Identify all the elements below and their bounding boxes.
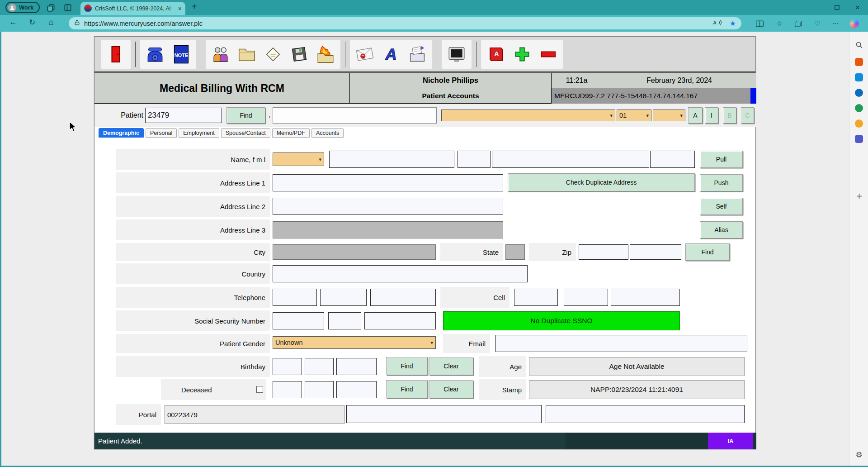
patient-select-main[interactable]: ▾ (441, 110, 615, 121)
ssn-last-input[interactable] (364, 312, 436, 329)
new-tab-button[interactable]: + (192, 1, 197, 12)
birthday-month-input[interactable] (273, 358, 302, 375)
tab-accounts[interactable]: Accounts (311, 128, 344, 138)
patient-id-input[interactable] (145, 108, 222, 123)
last-name-input[interactable] (492, 151, 649, 168)
back-button[interactable]: ← (7, 18, 19, 27)
cell-prefix-input[interactable] (564, 289, 608, 306)
settings-gear-icon[interactable]: ⚙ (853, 449, 865, 461)
toolbar-card-button[interactable] (262, 42, 284, 67)
read-aloud-icon[interactable]: A (712, 19, 722, 28)
browser-tab[interactable]: CrisSoft LLC, © 1998-2024, All Rig × (80, 2, 185, 15)
country-input[interactable] (273, 265, 528, 282)
tab-personal[interactable]: Personal (146, 128, 177, 138)
sidebar-search-icon[interactable] (853, 39, 865, 51)
deceased-clear-button[interactable]: Clear (429, 380, 473, 398)
telephone-line-input[interactable] (370, 289, 436, 306)
sidebar-add-icon[interactable] (853, 190, 865, 202)
email-input[interactable] (495, 335, 747, 352)
portal-field-2[interactable] (346, 405, 542, 423)
quick-button-c[interactable]: C (741, 107, 754, 124)
toolbar-exit-button[interactable] (104, 42, 127, 67)
sidebar-app-green-icon[interactable] (853, 102, 865, 114)
self-button[interactable]: Self (700, 198, 743, 215)
more-options-icon[interactable]: ⋯ (830, 19, 841, 29)
tab-close-icon[interactable]: × (178, 5, 182, 12)
birthday-day-input[interactable] (305, 358, 334, 375)
birthday-year-input[interactable] (336, 358, 377, 375)
split-screen-icon[interactable] (754, 19, 765, 29)
collections-icon[interactable] (793, 19, 804, 29)
pull-button[interactable]: Pull (700, 151, 743, 168)
zip-input[interactable] (579, 244, 628, 260)
cell-line-input[interactable] (611, 289, 680, 306)
profile-button[interactable]: Work (5, 2, 40, 13)
toolbar-remove-button[interactable] (537, 42, 560, 67)
telephone-prefix-input[interactable] (320, 289, 367, 306)
favorites-icon[interactable]: ☆ (774, 19, 785, 29)
quick-button-a[interactable]: A (688, 107, 703, 124)
workspaces-icon[interactable] (45, 3, 56, 13)
toolbar-print-button[interactable] (406, 42, 429, 67)
middle-name-input[interactable] (458, 151, 491, 168)
quick-button-i[interactable]: I (705, 107, 718, 124)
toolbar-phone-button[interactable] (144, 42, 166, 67)
tab-spouse-contact[interactable]: Spouse/Contact (221, 128, 270, 138)
toolbar-mail-button[interactable] (354, 42, 376, 67)
portal-field-3[interactable] (546, 405, 745, 423)
toolbar-patients-button[interactable] (209, 42, 232, 67)
sidebar-outlook-icon[interactable] (853, 87, 865, 99)
birthday-clear-button[interactable]: Clear (429, 357, 473, 375)
address-bar[interactable]: https://www.mercuryuser.com/answer.plc A… (69, 17, 741, 29)
gender-select[interactable]: Unknown▾ (273, 336, 436, 349)
portal-id-input[interactable] (165, 405, 344, 424)
close-button[interactable]: × (847, 0, 868, 15)
toolbar-monitor-button[interactable] (445, 42, 468, 67)
toolbar-save-button[interactable] (288, 42, 311, 67)
minimize-button[interactable]: ─ (806, 0, 826, 15)
ia-button[interactable]: IA (708, 433, 753, 449)
patient-name-field[interactable] (273, 107, 437, 124)
toolbar-font-button[interactable]: A (380, 42, 402, 67)
quick-button-b[interactable]: B (723, 107, 736, 124)
address1-input[interactable] (273, 174, 503, 191)
deceased-checkbox[interactable] (256, 386, 263, 393)
patient-select-seq[interactable]: 01▾ (617, 110, 651, 121)
birthday-find-button[interactable]: Find (386, 357, 428, 375)
name-suffix-input[interactable] (650, 151, 695, 168)
sidebar-app-blue-icon[interactable] (853, 71, 865, 83)
name-prefix-select[interactable]: ▾ (273, 152, 324, 166)
toolbar-note-button[interactable]: NOTE (170, 42, 193, 67)
ssn-middle-input[interactable] (328, 312, 361, 329)
toolbar-folder-button[interactable] (236, 42, 258, 67)
push-button[interactable]: Push (700, 174, 743, 191)
maximize-button[interactable] (826, 0, 847, 15)
toolbar-add-button[interactable] (511, 42, 533, 67)
sidebar-app-orange-icon[interactable] (853, 118, 865, 129)
first-name-input[interactable] (329, 151, 454, 168)
ssn-first-input[interactable] (273, 312, 324, 329)
tab-employment[interactable]: Employment (179, 128, 219, 138)
deceased-find-button[interactable]: Find (386, 380, 428, 398)
favorite-star-icon[interactable]: ★ (730, 19, 736, 28)
check-duplicate-address-button[interactable]: Check Duplicate Address (508, 173, 695, 191)
patient-select-sub[interactable]: ▾ (653, 110, 685, 121)
browser-essentials-icon[interactable]: ♡ (812, 19, 823, 29)
patient-find-button[interactable]: Find (226, 107, 265, 124)
copilot-icon[interactable] (849, 19, 860, 29)
address2-input[interactable] (273, 198, 503, 215)
sidebar-app-red-icon[interactable] (853, 56, 865, 68)
deceased-month-input[interactable] (273, 381, 302, 398)
toolbar-dictionary-button[interactable]: A (485, 42, 507, 67)
telephone-area-input[interactable] (273, 289, 317, 306)
alias-button[interactable]: Alias (700, 221, 743, 238)
tab-demographic[interactable]: Demographic (99, 128, 144, 138)
toolbar-purge-button[interactable] (314, 42, 337, 67)
zip-find-button[interactable]: Find (685, 243, 730, 261)
tab-memo-pdf[interactable]: Memo/PDF (272, 128, 310, 138)
tab-layout-icon[interactable] (62, 3, 73, 13)
deceased-year-input[interactable] (336, 381, 377, 398)
refresh-button[interactable]: ↻ (26, 18, 38, 27)
sidebar-teams-icon[interactable] (853, 133, 865, 145)
zip-plus4-input[interactable] (630, 244, 681, 260)
